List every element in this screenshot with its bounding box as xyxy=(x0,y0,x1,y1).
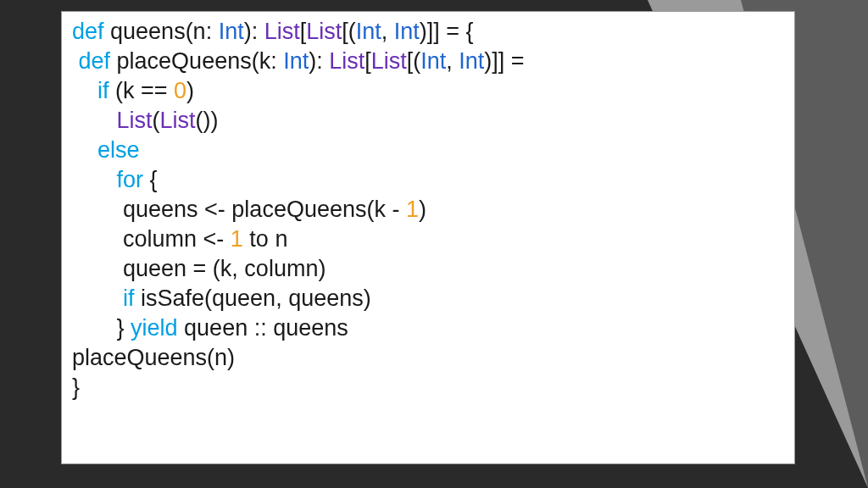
code-token: 0 xyxy=(174,78,186,103)
code-token: [( xyxy=(407,48,421,74)
code-line: if isSafe(queen, queens) xyxy=(72,286,371,311)
code-token: def xyxy=(79,48,111,74)
code-token: )]] = { xyxy=(420,19,474,44)
code-line: } yield queen :: queens xyxy=(72,315,348,341)
code-token: Int xyxy=(394,19,420,44)
code-line: def queens(n: Int): List[List[(Int, Int)… xyxy=(72,19,474,44)
code-token: placeQueens(n) xyxy=(72,345,235,370)
code-token: if xyxy=(123,286,135,311)
code-token: else xyxy=(97,137,140,163)
code-token: if xyxy=(97,78,109,103)
code-token: , xyxy=(381,19,394,44)
code-token: Int xyxy=(420,48,446,74)
code-token: 1 xyxy=(231,226,243,252)
code-token: ): xyxy=(309,48,329,74)
code-box: def queens(n: Int): List[List[(Int, Int)… xyxy=(61,11,795,464)
code-token: [( xyxy=(342,19,356,44)
code-token: for xyxy=(117,167,144,192)
code-line: } xyxy=(72,374,80,400)
code-token: ) xyxy=(186,78,194,103)
code-token: )]] = xyxy=(484,48,524,74)
code-token: queen = (k, column) xyxy=(123,256,326,281)
code-token: List xyxy=(160,108,196,133)
code-line: column <- 1 to n xyxy=(72,226,287,252)
code-line: def placeQueens(k: Int): List[List[(Int,… xyxy=(72,48,525,74)
code-token: 1 xyxy=(406,197,419,222)
code-snippet: def queens(n: Int): List[List[(Int, Int)… xyxy=(72,17,784,402)
slide-background: def queens(n: Int): List[List[(Int, Int)… xyxy=(0,0,868,488)
code-line: for { xyxy=(72,167,158,192)
code-token: List xyxy=(329,48,364,74)
code-token: List xyxy=(371,48,407,74)
code-token: queen :: queens xyxy=(178,315,348,341)
code-token: Int xyxy=(283,48,309,74)
code-token: to n xyxy=(243,226,288,252)
code-token: Int xyxy=(356,19,381,44)
code-token: ): xyxy=(244,19,264,44)
code-token: def xyxy=(72,19,104,44)
code-token: [ xyxy=(364,48,371,74)
code-line: queen = (k, column) xyxy=(72,256,326,281)
code-token: , xyxy=(446,48,459,74)
code-token: placeQueens(k: xyxy=(110,48,283,74)
code-line: if (k == 0) xyxy=(72,78,194,103)
code-line: placeQueens(n) xyxy=(72,345,235,370)
code-token: List xyxy=(264,19,300,44)
code-token: List xyxy=(117,108,153,133)
code-token: ( xyxy=(153,108,160,133)
code-line: queens <- placeQueens(k - 1) xyxy=(72,197,426,222)
code-token: (k == xyxy=(109,78,175,103)
code-token: column <- xyxy=(123,226,231,252)
code-token: ()) xyxy=(196,108,219,133)
code-token: isSafe(queen, queens) xyxy=(135,286,371,311)
code-token: } xyxy=(117,315,131,341)
code-token: } xyxy=(72,374,80,400)
code-token: yield xyxy=(131,315,178,341)
code-token: List xyxy=(306,19,342,44)
code-token: { xyxy=(143,167,158,192)
code-token: Int xyxy=(459,48,484,74)
code-token: ) xyxy=(419,197,426,222)
code-line: else xyxy=(72,137,140,163)
code-token: queens(n: xyxy=(104,19,219,44)
code-token: Int xyxy=(219,19,244,44)
code-line: List(List()) xyxy=(72,108,219,133)
code-token: queens <- placeQueens(k - xyxy=(123,197,406,222)
